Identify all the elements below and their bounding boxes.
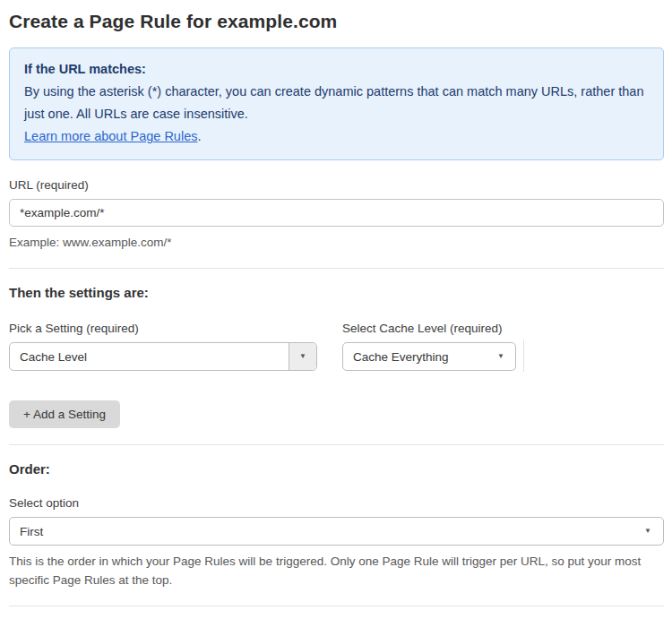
divider bbox=[9, 444, 664, 445]
order-select[interactable]: First ▼ bbox=[9, 517, 664, 546]
page-rule-form: Create a Page Rule for example.com If th… bbox=[0, 0, 672, 619]
divider bbox=[9, 268, 664, 269]
info-box-link-line: Learn more about Page Rules. bbox=[24, 125, 649, 148]
setting-group-divider bbox=[523, 340, 524, 372]
link-suffix: . bbox=[197, 129, 201, 143]
settings-section-heading: Then the settings are: bbox=[9, 285, 664, 300]
settings-row: Pick a Setting (required) Cache Level ▼ … bbox=[9, 322, 664, 372]
cache-level-select-value: Cache Everything bbox=[343, 350, 497, 364]
learn-more-link[interactable]: Learn more about Page Rules bbox=[24, 129, 197, 143]
caret-down-icon: ▼ bbox=[497, 353, 504, 360]
add-setting-button[interactable]: + Add a Setting bbox=[9, 400, 120, 428]
info-box-heading: If the URL matches: bbox=[24, 58, 649, 81]
url-field-help: Example: www.example.com/* bbox=[9, 233, 664, 252]
caret-down-icon: ▼ bbox=[289, 343, 316, 370]
page-title: Create a Page Rule for example.com bbox=[9, 11, 664, 32]
order-select-value: First bbox=[10, 525, 644, 538]
order-help-text: This is the order in which your Page Rul… bbox=[9, 552, 664, 589]
cache-level-column: Select Cache Level (required) Cache Ever… bbox=[342, 322, 516, 371]
setting-select-value: Cache Level bbox=[10, 350, 289, 364]
order-select-label: Select option bbox=[9, 496, 664, 510]
caret-down-icon: ▼ bbox=[644, 528, 651, 535]
divider bbox=[9, 606, 664, 606]
info-box-body: By using the asterisk (*) character, you… bbox=[24, 81, 649, 125]
order-section-heading: Order: bbox=[9, 461, 664, 477]
url-input[interactable] bbox=[9, 199, 664, 227]
cache-level-label: Select Cache Level (required) bbox=[342, 322, 516, 335]
setting-picker-label: Pick a Setting (required) bbox=[9, 322, 317, 335]
setting-picker-column: Pick a Setting (required) Cache Level ▼ bbox=[9, 322, 317, 371]
setting-select[interactable]: Cache Level ▼ bbox=[9, 342, 317, 371]
cache-level-select[interactable]: Cache Everything ▼ bbox=[342, 342, 516, 371]
url-field-label: URL (required) bbox=[9, 178, 664, 192]
url-match-info-box: If the URL matches: By using the asteris… bbox=[9, 47, 664, 160]
